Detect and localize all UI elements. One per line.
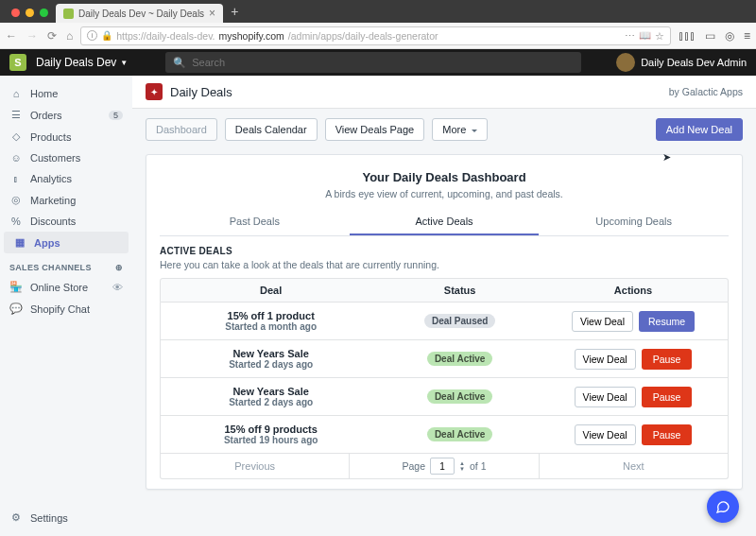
- page-stepper[interactable]: ▲▼: [459, 460, 465, 472]
- info-icon[interactable]: i: [87, 30, 97, 41]
- menu-icon[interactable]: ≡: [744, 29, 750, 43]
- next-page-button[interactable]: Next: [540, 454, 728, 478]
- view-deal-button[interactable]: View Deal: [575, 349, 636, 370]
- dashboard-title: Your Daily Deals Dashboard: [146, 170, 742, 184]
- reader-mode-icon[interactable]: 📖: [639, 29, 651, 42]
- table-row: New Years SaleStarted 2 days agoDeal Act…: [160, 378, 729, 416]
- deals-tabs: Past Deals Active Deals Upcoming Deals: [160, 209, 729, 236]
- sidebar-item-label: Products: [30, 131, 71, 143]
- deal-name: 15% off 9 products: [161, 424, 381, 435]
- sidebar-item-orders[interactable]: ☰Orders5: [0, 104, 132, 126]
- status-badge: Deal Active: [427, 389, 493, 404]
- sidebar-item-analytics[interactable]: ⫾Analytics: [0, 168, 132, 189]
- url-path: /admin/apps/daily-deals-generator: [288, 30, 438, 42]
- browser-tabstrip: Daily Deals Dev ~ Daily Deals × +: [0, 0, 756, 23]
- new-tab-button[interactable]: +: [223, 4, 246, 23]
- home-icon[interactable]: ⌂: [66, 29, 73, 43]
- table-row: 15% off 9 productsStarted 19 hours agoDe…: [160, 416, 729, 454]
- customers-icon: ☺: [9, 152, 23, 164]
- library-icon[interactable]: ⫿⫿⫿: [679, 29, 696, 43]
- extension-icon[interactable]: ◎: [725, 29, 734, 43]
- pause-deal-button[interactable]: Pause: [642, 387, 693, 407]
- view-deal-button[interactable]: View Deal: [575, 424, 636, 445]
- browser-toolbar: ← → ⟳ ⌂ i 🔒 https://daily-deals-dev.mysh…: [0, 23, 756, 49]
- table-row: 15% off 1 productStarted a month agoDeal…: [160, 303, 729, 340]
- status-badge: Deal Active: [427, 352, 493, 366]
- view-deals-page-button[interactable]: View Deals Page: [325, 118, 425, 141]
- add-new-deal-button[interactable]: Add New Deal: [656, 118, 743, 141]
- channel-label: Online Store: [30, 282, 88, 293]
- tab-title: Daily Deals Dev ~ Daily Deals: [78, 9, 204, 19]
- daily-deals-app-icon: ✦: [146, 83, 163, 100]
- dashboard-button[interactable]: Dashboard: [146, 118, 217, 141]
- shopify-favicon-icon: [63, 9, 74, 19]
- admin-sidebar: ⌂Home ☰Orders5 ◇Products ☺Customers ⫾Ana…: [0, 76, 132, 536]
- bookmark-icon[interactable]: ☆: [655, 30, 664, 42]
- store-name: Daily Deals Dev: [36, 56, 116, 69]
- sidebar-item-home[interactable]: ⌂Home: [0, 83, 132, 104]
- table-row: New Years SaleStarted 2 days agoDeal Act…: [160, 340, 729, 378]
- shopify-logo-icon[interactable]: S: [9, 54, 26, 71]
- forward-icon[interactable]: →: [26, 29, 38, 43]
- sidebar-icon[interactable]: ▭: [705, 29, 715, 43]
- tab-past-deals[interactable]: Past Deals: [160, 209, 350, 235]
- view-deal-button[interactable]: View Deal: [572, 311, 633, 332]
- close-tab-icon[interactable]: ×: [209, 7, 215, 20]
- close-window-icon[interactable]: [11, 9, 20, 17]
- avatar: [616, 53, 635, 72]
- chat-icon: 💬: [9, 303, 23, 315]
- deal-started: Started 2 days ago: [161, 397, 381, 407]
- tab-upcoming-deals[interactable]: Upcoming Deals: [539, 209, 729, 235]
- app-toolbar: Dashboard Deals Calendar View Deals Page…: [132, 109, 756, 141]
- sidebar-item-label: Orders: [30, 110, 62, 121]
- add-channel-icon[interactable]: ⊕: [115, 263, 123, 272]
- lock-icon: 🔒: [101, 30, 112, 41]
- section-description: Here you can take a look at the deals th…: [160, 259, 729, 270]
- cursor-icon: ➤: [662, 151, 671, 164]
- global-search[interactable]: 🔍: [165, 52, 581, 73]
- pause-deal-button[interactable]: Pause: [642, 349, 693, 370]
- sidebar-item-marketing[interactable]: ◎Marketing: [0, 189, 132, 211]
- status-badge: Deal Active: [427, 427, 493, 441]
- chevron-down-icon: ▼: [120, 59, 128, 67]
- deals-table-header: Deal Status Actions: [160, 278, 729, 303]
- user-menu[interactable]: Daily Deals Dev Admin: [616, 53, 747, 72]
- sidebar-channel-online-store[interactable]: 🏪Online Store👁: [0, 276, 132, 298]
- sidebar-item-products[interactable]: ◇Products: [0, 126, 132, 147]
- app-developer: by Galactic Apps: [669, 86, 743, 97]
- minimize-window-icon[interactable]: [26, 9, 34, 17]
- resume-deal-button[interactable]: Resume: [639, 311, 695, 332]
- search-input[interactable]: [192, 57, 574, 68]
- sidebar-item-apps[interactable]: ▦Apps: [4, 232, 129, 253]
- page-indicator: Page ▲▼ of 1: [349, 454, 539, 478]
- back-icon[interactable]: ←: [6, 29, 17, 43]
- more-button[interactable]: More: [432, 118, 488, 141]
- view-store-icon[interactable]: 👁: [112, 282, 123, 293]
- tab-active-deals[interactable]: Active Deals: [350, 209, 540, 235]
- sidebar-item-customers[interactable]: ☺Customers: [0, 147, 132, 168]
- deal-started: Started 19 hours ago: [161, 435, 381, 445]
- sidebar-item-settings[interactable]: ⚙Settings: [0, 507, 132, 528]
- page-label: Page: [402, 460, 425, 472]
- deal-started: Started 2 days ago: [161, 359, 381, 370]
- reload-icon[interactable]: ⟳: [47, 29, 57, 43]
- pause-deal-button[interactable]: Pause: [642, 424, 693, 445]
- window-controls: [8, 9, 56, 23]
- view-deal-button[interactable]: View Deal: [575, 387, 636, 407]
- browser-tab[interactable]: Daily Deals Dev ~ Daily Deals ×: [56, 4, 223, 23]
- help-chat-button[interactable]: [707, 491, 739, 523]
- sidebar-channel-shopify-chat[interactable]: 💬Shopify Chat: [0, 298, 132, 320]
- address-bar[interactable]: i 🔒 https://daily-deals-dev.myshopify.co…: [80, 26, 671, 45]
- status-badge: Deal Paused: [424, 314, 495, 328]
- prev-page-button[interactable]: Previous: [161, 454, 349, 478]
- shopify-topbar: S Daily Deals Dev ▼ 🔍 Daily Deals Dev Ad…: [0, 49, 756, 76]
- store-switcher[interactable]: Daily Deals Dev ▼: [36, 56, 128, 69]
- url-more-icon[interactable]: ⋯: [625, 30, 635, 42]
- sidebar-item-label: Analytics: [30, 173, 72, 184]
- home-icon: ⌂: [9, 88, 23, 99]
- sidebar-item-discounts[interactable]: %Discounts: [0, 211, 132, 232]
- page-of-label: of 1: [470, 460, 487, 472]
- deals-calendar-button[interactable]: Deals Calendar: [225, 118, 318, 141]
- maximize-window-icon[interactable]: [40, 9, 48, 17]
- page-input[interactable]: [430, 458, 455, 475]
